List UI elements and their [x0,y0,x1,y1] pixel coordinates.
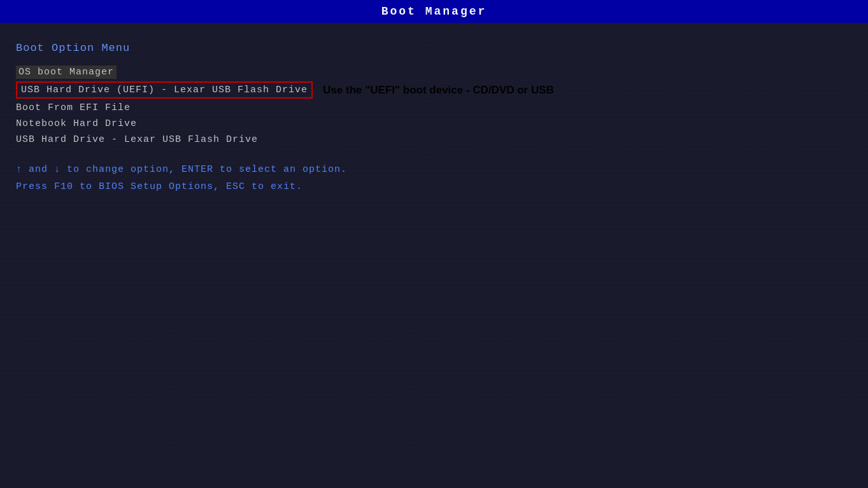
main-content: Boot Option Menu OS boot Manager USB Har… [0,23,868,211]
menu-item-usb-hdd[interactable]: USB Hard Drive - Lexar USB Flash Drive [16,133,852,146]
annotation-text: Use the "UEFI" boot device - CD/DVD or U… [323,84,554,97]
navigation-hint: ↑ and ↓ to change option, ENTER to selec… [16,164,852,175]
highlighted-row-container: USB Hard Drive (UEFI) - Lexar USB Flash … [16,81,852,99]
section-title: Boot Option Menu [16,42,852,54]
title-bar: Boot Manager [0,0,868,23]
menu-item-usb-uefi-label[interactable]: USB Hard Drive (UEFI) - Lexar USB Flash … [16,81,313,99]
menu-item-os-boot-manager-label: OS boot Manager [16,66,117,79]
title-bar-text: Boot Manager [381,5,487,18]
menu-item-os-boot-manager[interactable]: OS boot Manager [16,66,852,81]
menu-item-notebook-hdd[interactable]: Notebook Hard Drive [16,117,852,130]
bios-hint: Press F10 to BIOS Setup Options, ESC to … [16,181,852,192]
menu-item-boot-efi[interactable]: Boot From EFI File [16,101,852,115]
